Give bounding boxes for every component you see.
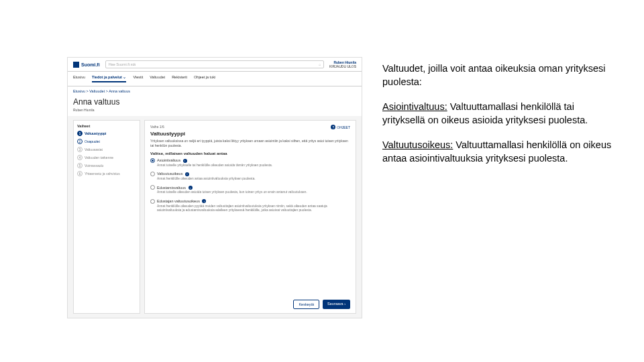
nav-rekisterit[interactable]: Rekisterit bbox=[172, 75, 187, 82]
step-2[interactable]: 2 Osapuolet bbox=[77, 139, 136, 144]
radio-icon[interactable] bbox=[150, 185, 155, 190]
arrow-right-icon: › bbox=[344, 302, 345, 306]
logo-text: Suomi.fi bbox=[81, 62, 100, 67]
option-desc: Annat henkilölle oikeuden antaa asiointi… bbox=[157, 177, 350, 181]
nav-viestit[interactable]: Viestit bbox=[133, 75, 143, 82]
info-icon[interactable]: i bbox=[185, 172, 189, 176]
option-edustajan-valtuutusoikeus[interactable]: Edustajan valtuutusoikeus i Annat henkil… bbox=[150, 199, 350, 213]
text-intro: Valtuudet, joilla voit antaa oikeuksia o… bbox=[382, 62, 617, 88]
next-button[interactable]: Seuraava › bbox=[323, 300, 350, 309]
label: Asiointivaltuus: bbox=[382, 101, 447, 112]
info-icon[interactable]: i bbox=[183, 159, 187, 163]
nav-ohjeet[interactable]: Ohjeet ja tuki bbox=[194, 75, 215, 82]
navbar: Etusivu Tiedot ja palvelut ⌄ Viestit Val… bbox=[68, 72, 362, 86]
info-icon[interactable]: i bbox=[189, 186, 193, 190]
stepper-title: Vaiheet bbox=[77, 124, 136, 128]
step-label: Valtuustyyppi bbox=[85, 131, 107, 135]
logo[interactable]: Suomi.fi bbox=[73, 62, 100, 68]
radio-icon[interactable] bbox=[150, 199, 155, 204]
topbar: Suomi.fi Hae Suomi.fi:stä ⌕ Ruben Hiunil… bbox=[68, 58, 362, 72]
logout-link[interactable]: KIRJAUDU ULOS bbox=[329, 64, 356, 68]
step-label: Valtuusasiat bbox=[85, 147, 103, 152]
content-area: Vaiheet 1 Valtuustyyppi 2 Osapuolet 3 Va… bbox=[68, 116, 362, 318]
panel-step-indicator: Vaihe 1/6 bbox=[150, 125, 164, 129]
crumb-1[interactable]: Etusivu bbox=[73, 89, 85, 93]
option-desc: Annat henkilölle oikeuden pyytää muiden … bbox=[157, 204, 350, 213]
breadcrumb: Etusivu > Valtuudet > Anna valtuus bbox=[68, 86, 362, 96]
step-5: 5 Voimassaolo bbox=[77, 163, 136, 168]
option-label: Valtuutusoikeus i bbox=[157, 172, 189, 176]
help-link[interactable]: ? OHJEET bbox=[331, 125, 350, 129]
option-desc: Annat toiselle oikeuden asioida toisen y… bbox=[157, 190, 350, 194]
step-1[interactable]: 1 Valtuustyyppi bbox=[77, 131, 136, 136]
radio-icon[interactable] bbox=[150, 172, 155, 176]
step-label: Voimassaolo bbox=[85, 164, 103, 168]
explanation-text: Valtuudet, joilla voit antaa oikeuksia o… bbox=[382, 57, 617, 362]
panel-intro: Yrityksen valtuuksissa on neljä eri tyyp… bbox=[150, 139, 350, 147]
option-desc: Annat toiselle yritykselle tai henkilöll… bbox=[157, 164, 350, 168]
step-label: Osapuolet bbox=[85, 139, 100, 143]
text-valtuutusoikeus: Valtuutusoikeus: Valtuuttamallasi henkil… bbox=[382, 139, 617, 165]
option-label: Asiointivaltuus i bbox=[157, 158, 187, 163]
search-icon[interactable]: ⌕ bbox=[319, 62, 321, 66]
option-asiointivaltuus[interactable]: Asiointivaltuus i Annat toiselle yrityks… bbox=[150, 158, 350, 168]
nav-valtuudet[interactable]: Valtuudet bbox=[150, 75, 165, 82]
panel-top: Vaihe 1/6 ? OHJEET bbox=[150, 125, 350, 129]
main-panel: Vaihe 1/6 ? OHJEET Valtuustyyppi Yrityks… bbox=[144, 120, 356, 314]
radio-icon[interactable] bbox=[150, 158, 155, 163]
page-header: Anna valtuus Ruben Hiunila bbox=[68, 96, 362, 116]
user-block: Ruben Hiunila KIRJAUDU ULOS bbox=[329, 60, 356, 68]
page-subtitle: Ruben Hiunila bbox=[73, 108, 356, 112]
option-label: Edustamisvaltuus i bbox=[157, 186, 193, 190]
option-label: Edustajan valtuutusoikeus i bbox=[157, 199, 206, 204]
text-asiointivaltuus: Asiointivaltuus: Valtuuttamallasi henkil… bbox=[382, 101, 617, 127]
page-title: Anna valtuus bbox=[73, 97, 356, 107]
chevron-down-icon: ⌄ bbox=[123, 75, 126, 79]
panel-actions: Keskeytä Seuraava › bbox=[150, 296, 350, 309]
search-input[interactable]: Hae Suomi.fi:stä ⌕ bbox=[105, 60, 324, 68]
step-6: 6 Yhteenveto ja vahvistus bbox=[77, 171, 136, 176]
search-placeholder: Hae Suomi.fi:stä bbox=[109, 62, 136, 66]
info-icon[interactable]: i bbox=[202, 199, 206, 203]
logo-icon bbox=[73, 62, 79, 68]
option-valtuutusoikeus[interactable]: Valtuutusoikeus i Annat henkilölle oikeu… bbox=[150, 172, 350, 181]
crumb-2[interactable]: Valtuudet bbox=[89, 89, 105, 93]
cancel-button[interactable]: Keskeytä bbox=[293, 300, 319, 309]
panel-title: Valtuustyyppi bbox=[150, 131, 350, 137]
step-3: 3 Valtuusasiat bbox=[77, 147, 136, 152]
suomifi-screenshot: Suomi.fi Hae Suomi.fi:stä ⌕ Ruben Hiunil… bbox=[67, 57, 362, 318]
label: Valtuutusoikeus: bbox=[382, 139, 453, 150]
step-label: Valtuuden tarkenne bbox=[85, 156, 113, 160]
option-edustamisvaltuus[interactable]: Edustamisvaltuus i Annat toiselle oikeud… bbox=[150, 185, 350, 194]
crumb-3: Anna valtuus bbox=[109, 89, 130, 93]
help-icon: ? bbox=[331, 125, 335, 129]
panel-subtitle: Valitse, millaisen valtuuden haluat anta… bbox=[150, 152, 350, 156]
nav-etusivu[interactable]: Etusivu bbox=[73, 75, 85, 82]
step-label: Yhteenveto ja vahvistus bbox=[85, 172, 120, 176]
step-4: 4 Valtuuden tarkenne bbox=[77, 155, 136, 160]
nav-tiedot[interactable]: Tiedot ja palvelut ⌄ bbox=[92, 75, 126, 82]
stepper: Vaiheet 1 Valtuustyyppi 2 Osapuolet 3 Va… bbox=[73, 120, 140, 314]
